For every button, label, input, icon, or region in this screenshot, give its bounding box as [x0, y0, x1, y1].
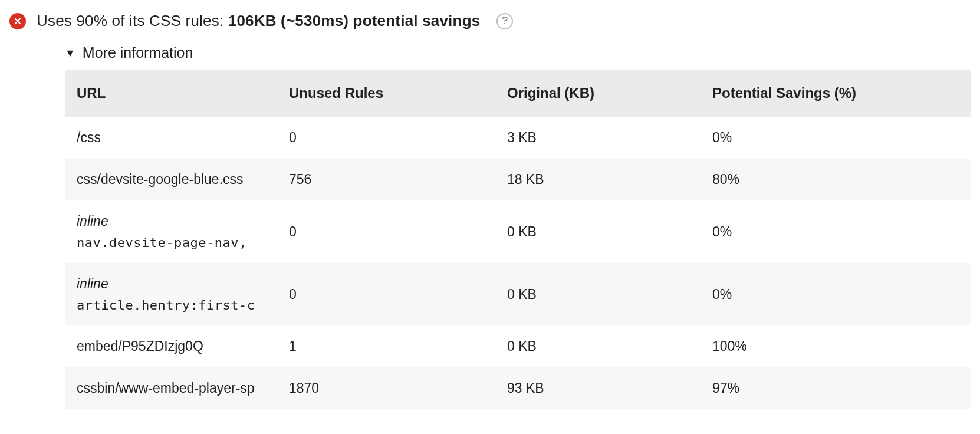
col-original: Original (KB) [495, 70, 701, 117]
table-row: embed/P95ZDIzjg0Q10 KB100% [65, 326, 971, 367]
table-row: inlinenav.devsite-page-nav,00 KB0% [65, 200, 971, 263]
cell-unused: 756 [277, 159, 495, 200]
cell-original: 93 KB [495, 367, 701, 409]
table-row: cssbin/www-embed-player-sp187093 KB97% [65, 367, 971, 409]
audit-details: ▼ More information URL Unused Rules Orig… [65, 41, 971, 409]
cell-url: inlinearticle.hentry:first-c [65, 263, 277, 326]
chevron-down-icon: ▼ [65, 48, 75, 58]
help-icon[interactable]: ? [496, 13, 513, 29]
cell-savings: 80% [701, 159, 971, 200]
cell-original: 0 KB [495, 200, 701, 263]
cell-unused: 0 [277, 200, 495, 263]
more-info-label: More information [83, 44, 193, 61]
audit-title: Uses 90% of its CSS rules: 106KB (~530ms… [37, 12, 480, 30]
cell-savings: 97% [701, 367, 971, 409]
css-rules-table: URL Unused Rules Original (KB) Potential… [65, 70, 971, 409]
cell-unused: 1870 [277, 367, 495, 409]
cell-original: 0 KB [495, 263, 701, 326]
col-savings: Potential Savings (%) [701, 70, 971, 117]
table-row: css/devsite-google-blue.css75618 KB80% [65, 159, 971, 200]
inline-code: nav.devsite-page-nav, [77, 235, 265, 250]
cell-url: inlinenav.devsite-page-nav, [65, 200, 277, 263]
cell-savings: 100% [701, 326, 971, 367]
more-info-toggle[interactable]: ▼ More information [65, 41, 971, 70]
cell-url: embed/P95ZDIzjg0Q [65, 326, 277, 367]
col-unused: Unused Rules [277, 70, 495, 117]
audit-title-savings: 106KB (~530ms) potential savings [228, 12, 481, 29]
cell-url: cssbin/www-embed-player-sp [65, 367, 277, 409]
cell-unused: 0 [277, 263, 495, 326]
cell-url: css/devsite-google-blue.css [65, 159, 277, 200]
table-row: inlinearticle.hentry:first-c00 KB0% [65, 263, 971, 326]
cell-original: 0 KB [495, 326, 701, 367]
cell-url: /css [65, 117, 277, 159]
inline-label: inline [77, 276, 265, 292]
cell-savings: 0% [701, 200, 971, 263]
cell-original: 18 KB [495, 159, 701, 200]
cell-unused: 1 [277, 326, 495, 367]
inline-label: inline [77, 213, 265, 229]
inline-code: article.hentry:first-c [77, 298, 265, 313]
cell-unused: 0 [277, 117, 495, 159]
cell-original: 3 KB [495, 117, 701, 159]
cell-savings: 0% [701, 117, 971, 159]
audit-header: Uses 90% of its CSS rules: 106KB (~530ms… [9, 9, 971, 41]
fail-icon [9, 13, 26, 29]
cell-savings: 0% [701, 263, 971, 326]
table-row: /css03 KB0% [65, 117, 971, 159]
col-url: URL [65, 70, 277, 117]
table-header-row: URL Unused Rules Original (KB) Potential… [65, 70, 971, 117]
audit-title-prefix: Uses 90% of its CSS rules: [37, 12, 228, 29]
